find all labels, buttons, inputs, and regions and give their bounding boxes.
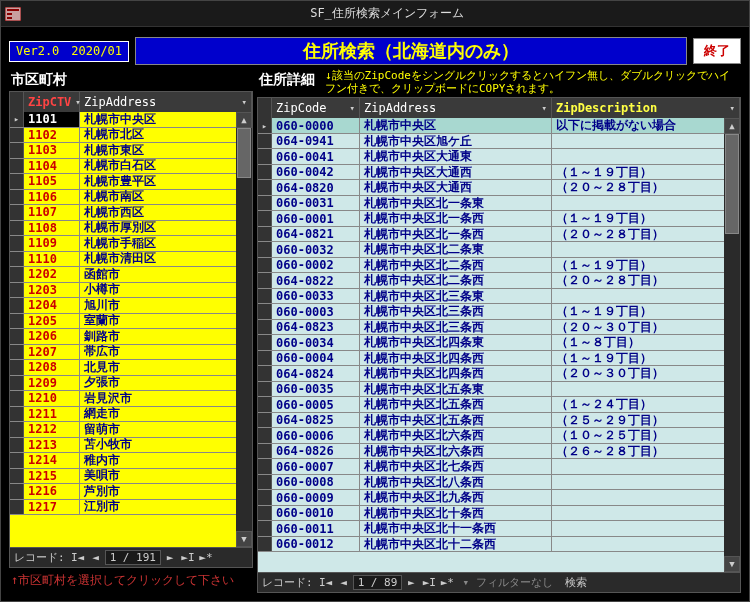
cell-zipcode[interactable]: 060-0034: [272, 335, 360, 350]
row-selector[interactable]: [258, 521, 272, 536]
cell-zipcode[interactable]: 060-0007: [272, 459, 360, 474]
cell-zipcode[interactable]: 060-0004: [272, 351, 360, 366]
row-selector[interactable]: [10, 407, 24, 422]
nav-last-button[interactable]: ►I: [420, 576, 438, 589]
nav-prev-button[interactable]: ◄: [87, 551, 105, 564]
nav-next-button[interactable]: ►: [402, 576, 420, 589]
row-selector[interactable]: [258, 382, 272, 397]
table-row[interactable]: 060-0010札幌市中央区北十条西: [258, 506, 740, 522]
table-row[interactable]: 060-0009札幌市中央区北九条西: [258, 490, 740, 506]
nav-first-button[interactable]: I◄: [317, 576, 335, 589]
table-row[interactable]: 060-0005札幌市中央区北五条西（１～２４丁目）: [258, 397, 740, 413]
col-zipcode[interactable]: ZipCode▾: [272, 98, 360, 118]
nav-new-button[interactable]: ►*: [197, 551, 215, 564]
row-selector[interactable]: ▸: [258, 118, 272, 133]
table-row[interactable]: ▸060-0000札幌市中央区以下に掲載がない場合: [258, 118, 740, 134]
table-row[interactable]: 060-0004札幌市中央区北四条西（１～１９丁目）: [258, 351, 740, 367]
row-selector[interactable]: [10, 221, 24, 236]
cell-zipcode[interactable]: 060-0008: [272, 475, 360, 490]
table-row[interactable]: 1104札幌市白石区: [10, 159, 252, 175]
nav-first-button[interactable]: I◄: [69, 551, 87, 564]
col-zipctv[interactable]: ZipCTV▾: [24, 92, 80, 112]
col-zipdescription[interactable]: ZipDescription▾: [552, 98, 740, 118]
table-row[interactable]: 1102札幌市北区: [10, 128, 252, 144]
table-row[interactable]: 1211網走市: [10, 407, 252, 423]
table-row[interactable]: 1216芦別市: [10, 484, 252, 500]
row-selector[interactable]: [10, 376, 24, 391]
cell-zipcode[interactable]: 060-0003: [272, 304, 360, 319]
table-row[interactable]: 1207帯広市: [10, 345, 252, 361]
city-grid-body[interactable]: ▸1101札幌市中央区1102札幌市北区1103札幌市東区1104札幌市白石区1…: [10, 112, 252, 547]
table-row[interactable]: 060-0032札幌市中央区北二条東: [258, 242, 740, 258]
row-selector[interactable]: [10, 236, 24, 251]
row-selector[interactable]: [10, 360, 24, 375]
table-row[interactable]: 060-0034札幌市中央区北四条東（１～８丁目）: [258, 335, 740, 351]
table-row[interactable]: 064-0822札幌市中央区北二条西（２０～２８丁目）: [258, 273, 740, 289]
row-selector[interactable]: [10, 267, 24, 282]
row-selector[interactable]: [258, 134, 272, 149]
table-row[interactable]: 1105札幌市豊平区: [10, 174, 252, 190]
table-row[interactable]: 060-0008札幌市中央区北八条西: [258, 475, 740, 491]
row-selector[interactable]: [258, 273, 272, 288]
table-row[interactable]: 1203小樽市: [10, 283, 252, 299]
table-row[interactable]: 1208北見市: [10, 360, 252, 376]
row-selector[interactable]: [258, 490, 272, 505]
table-row[interactable]: 060-0035札幌市中央区北五条東: [258, 382, 740, 398]
row-selector[interactable]: [258, 227, 272, 242]
table-row[interactable]: 1108札幌市厚別区: [10, 221, 252, 237]
row-selector[interactable]: [258, 335, 272, 350]
table-row[interactable]: 1106札幌市南区: [10, 190, 252, 206]
table-row[interactable]: 060-0033札幌市中央区北三条東: [258, 289, 740, 305]
end-button[interactable]: 終了: [693, 38, 741, 64]
row-selector[interactable]: [258, 351, 272, 366]
cell-zipcode[interactable]: 064-0820: [272, 180, 360, 195]
table-row[interactable]: 1217江別市: [10, 500, 252, 516]
cell-zipcode[interactable]: 060-0031: [272, 196, 360, 211]
row-selector[interactable]: [10, 500, 24, 515]
table-row[interactable]: 060-0031札幌市中央区北一条東: [258, 196, 740, 212]
cell-zipcode[interactable]: 064-0823: [272, 320, 360, 335]
cell-zipcode[interactable]: 060-0041: [272, 149, 360, 164]
row-selector[interactable]: [258, 304, 272, 319]
table-row[interactable]: 060-0041札幌市中央区大通東: [258, 149, 740, 165]
table-row[interactable]: 1215美唄市: [10, 469, 252, 485]
row-selector[interactable]: [10, 252, 24, 267]
scrollbar[interactable]: ▲ ▼: [236, 112, 252, 547]
row-selector[interactable]: [10, 314, 24, 329]
table-row[interactable]: 1109札幌市手稲区: [10, 236, 252, 252]
cell-zipcode[interactable]: 064-0826: [272, 444, 360, 459]
row-selector[interactable]: [258, 180, 272, 195]
cell-zipcode[interactable]: 064-0822: [272, 273, 360, 288]
row-selector[interactable]: [10, 298, 24, 313]
table-row[interactable]: 060-0002札幌市中央区北二条西（１～１９丁目）: [258, 258, 740, 274]
table-row[interactable]: 1103札幌市東区: [10, 143, 252, 159]
row-selector[interactable]: [10, 391, 24, 406]
row-selector[interactable]: [258, 196, 272, 211]
table-row[interactable]: 064-0826札幌市中央区北六条西（２６～２８丁目）: [258, 444, 740, 460]
row-selector[interactable]: [258, 258, 272, 273]
scroll-thumb[interactable]: [237, 128, 251, 178]
cell-zipcode[interactable]: 060-0035: [272, 382, 360, 397]
scroll-down-button[interactable]: ▼: [236, 531, 252, 547]
table-row[interactable]: 1110札幌市清田区: [10, 252, 252, 268]
row-selector[interactable]: [10, 422, 24, 437]
row-selector[interactable]: [258, 289, 272, 304]
row-selector[interactable]: [258, 506, 272, 521]
cell-zipcode[interactable]: 064-0941: [272, 134, 360, 149]
table-row[interactable]: 1206釧路市: [10, 329, 252, 345]
row-selector[interactable]: [10, 283, 24, 298]
row-selector[interactable]: [10, 159, 24, 174]
cell-zipcode[interactable]: 060-0001: [272, 211, 360, 226]
filter-status[interactable]: ▾ フィルターなし: [456, 575, 558, 590]
cell-zipcode[interactable]: 060-0010: [272, 506, 360, 521]
row-selector[interactable]: [258, 211, 272, 226]
row-selector[interactable]: [258, 165, 272, 180]
row-selector[interactable]: [10, 484, 24, 499]
table-row[interactable]: 060-0042札幌市中央区大通西（１～１９丁目）: [258, 165, 740, 181]
table-row[interactable]: ▸1101札幌市中央区: [10, 112, 252, 128]
cell-zipcode[interactable]: 060-0032: [272, 242, 360, 257]
cell-zipcode[interactable]: 060-0002: [272, 258, 360, 273]
table-row[interactable]: 1204旭川市: [10, 298, 252, 314]
row-selector[interactable]: [258, 428, 272, 443]
cell-zipcode[interactable]: 060-0006: [272, 428, 360, 443]
